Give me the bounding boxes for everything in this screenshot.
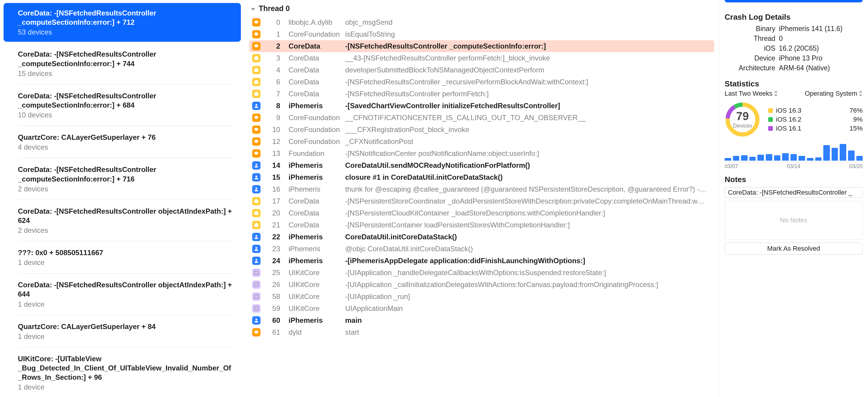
- legend-label: iOS 16.3: [776, 107, 802, 115]
- frame-index: 13: [268, 149, 288, 158]
- detail-value: 0: [779, 35, 783, 42]
- stack-frame[interactable]: 13Foundation-[NSNotificationCenter postN…: [249, 148, 714, 159]
- detail-value: 16.2 (20C65): [779, 44, 819, 53]
- notes-body-field[interactable]: No Notes: [724, 201, 863, 240]
- frame-index: 10: [268, 125, 288, 134]
- stack-frame[interactable]: 26UIKitCore-[UIApplication _callInitiali…: [249, 279, 714, 291]
- crash-list-item[interactable]: QuartzCore: CALayerGetSuperlayer + 841 d…: [4, 316, 241, 346]
- timeline-chart: [724, 144, 863, 161]
- os-legend: iOS 16.376%iOS 16.29%iOS 16.115%: [768, 105, 863, 133]
- stack-frame[interactable]: 60iPhemerismain: [249, 314, 714, 326]
- crash-list-item[interactable]: CoreData: -[NSFetchedResultsController _…: [4, 44, 241, 83]
- detail-row: ArchitectureARM-64 (Native): [724, 64, 863, 72]
- thread-label: Thread 0: [259, 4, 290, 13]
- frame-library: CoreFoundation: [288, 114, 345, 122]
- frame-index: 8: [268, 102, 288, 110]
- groupby-select[interactable]: Operating System: [805, 90, 863, 97]
- stack-frame[interactable]: 17CoreData-[NSPersistentStoreCoordinator…: [249, 195, 714, 207]
- frame-origin-icon: [252, 256, 260, 265]
- stack-frame[interactable]: 22iPhemerisCoreDataUtil.initCoreDataStac…: [249, 231, 714, 243]
- frame-index: 25: [268, 269, 288, 277]
- time-range-select[interactable]: Last Two Weeks: [724, 90, 778, 97]
- svg-rect-2: [254, 69, 258, 72]
- svg-rect-22: [254, 283, 258, 286]
- stats-heading: Statistics: [724, 79, 863, 89]
- svg-point-8: [255, 104, 257, 106]
- legend-swatch: [768, 108, 773, 113]
- frame-index: 26: [268, 280, 288, 289]
- axis-tick: 03/07: [724, 163, 738, 170]
- stack-frame[interactable]: 9CoreFoundation__CFNOTIFICATIONCENTER_IS…: [249, 112, 714, 124]
- detail-row: Thread0: [724, 35, 863, 42]
- crash-list-item[interactable]: CoreData: -[NSFetchedResultsController _…: [4, 159, 241, 198]
- crash-list-item[interactable]: CoreData: -[NSFetchedResultsController o…: [4, 201, 241, 240]
- stack-frame[interactable]: 4CoreDatadeveloperSubmittedBlockToNSMana…: [249, 64, 714, 76]
- stack-frame[interactable]: 23iPhemeris@objc CoreDataUtil.initCoreDa…: [249, 243, 714, 255]
- stack-frame[interactable]: 10CoreFoundation___CFXRegistrationPost_b…: [249, 124, 714, 135]
- svg-rect-5: [255, 80, 257, 81]
- crash-title: CoreData: -[NSFetchedResultsController _…: [18, 8, 234, 27]
- frame-index: 12: [268, 138, 288, 146]
- open-in-project-button[interactable]: [724, 0, 863, 2]
- stack-frame[interactable]: 25UIKitCore-[UIApplication _handleDelega…: [249, 267, 714, 279]
- crash-list-item[interactable]: QuartzCore: CALayerGetSuperlayer + 764 d…: [4, 127, 241, 157]
- frame-origin-icon: [252, 54, 260, 62]
- frame-index: 21: [268, 221, 288, 229]
- timeline-bar: [857, 156, 863, 161]
- legend-label: iOS 16.2: [776, 116, 802, 123]
- stack-frame[interactable]: 0libobjc.A.dylibobjc_msgSend: [249, 17, 714, 28]
- frame-origin-icon: [252, 221, 260, 229]
- stack-frame[interactable]: 59UIKitCoreUIApplicationMain: [249, 303, 714, 314]
- stack-frame[interactable]: 15iPhemerisclosure #1 in CoreDataUtil.in…: [249, 172, 714, 183]
- stack-frame[interactable]: 61dyldstart: [249, 326, 714, 338]
- legend-swatch: [768, 117, 773, 122]
- frame-symbol: -[SavedChartViewController initializeFet…: [345, 102, 711, 110]
- svg-point-19: [255, 247, 257, 249]
- frame-origin-icon: [252, 138, 260, 146]
- stack-frame[interactable]: 8iPhemeris-[SavedChartViewController ini…: [249, 100, 714, 112]
- crash-list-item[interactable]: CoreData: -[NSFetchedResultsController _…: [4, 86, 241, 125]
- legend-row: iOS 16.29%: [768, 116, 863, 123]
- thread-header[interactable]: Thread 0: [249, 4, 714, 17]
- frame-library: CoreFoundation: [288, 138, 345, 146]
- frame-index: 0: [268, 18, 288, 27]
- legend-percent: 9%: [853, 116, 863, 123]
- stack-frame[interactable]: 6CoreData-[NSFetchedResultsController _r…: [249, 76, 714, 88]
- stack-frame[interactable]: 20CoreData-[NSPersistentCloudKitContaine…: [249, 207, 714, 219]
- stack-frame[interactable]: 7CoreData-[NSFetchedResultsController pe…: [249, 88, 714, 100]
- frame-origin-icon: [252, 66, 260, 74]
- stack-frame[interactable]: 3CoreData__43-[NSFetchedResultsControlle…: [249, 52, 714, 64]
- frame-index: 16: [268, 185, 288, 193]
- stack-frame[interactable]: 16iPhemeristhunk for @escaping @callee_g…: [249, 183, 714, 195]
- mark-resolved-button[interactable]: Mark As Resolved: [724, 243, 863, 254]
- stack-frame[interactable]: 14iPhemerisCoreDataUtil.sendMOCReadyNoti…: [249, 159, 714, 172]
- timeline-bar: [807, 158, 813, 161]
- stack-frame[interactable]: 2CoreData-[NSFetchedResultsController _c…: [249, 40, 714, 52]
- svg-point-18: [255, 235, 257, 237]
- crash-device-count: 10 devices: [18, 111, 234, 119]
- frame-symbol: __43-[NSFetchedResultsController perform…: [345, 54, 711, 62]
- detail-key: Architecture: [724, 64, 775, 72]
- axis-tick: 03/14: [787, 163, 800, 170]
- stack-frame[interactable]: 12CoreFoundation_CFXNotificationPost: [249, 135, 714, 148]
- frame-symbol: -[NSFetchedResultsController _computeSec…: [345, 42, 711, 50]
- stack-frame[interactable]: 21CoreData-[NSPersistentContainer loadPe…: [249, 219, 714, 231]
- crash-title: QuartzCore: CALayerGetSuperlayer + 76: [18, 133, 234, 142]
- crash-title: CoreData: -[NSFetchedResultsController _…: [18, 165, 234, 183]
- frame-symbol: __CFNOTIFICATIONCENTER_IS_CALLING_OUT_TO…: [345, 114, 711, 122]
- notes-title-field[interactable]: CoreData: -[NSFetchedResultsController _: [724, 187, 863, 198]
- crash-list-item[interactable]: CoreData: -[NSFetchedResultsController o…: [4, 275, 241, 313]
- crash-list: CoreData: -[NSFetchedResultsController _…: [0, 0, 244, 397]
- frame-symbol: UIApplicationMain: [345, 304, 711, 313]
- devices-donut-chart: 79 Devices: [724, 102, 761, 138]
- crash-list-item[interactable]: ???: 0x0 + 5085051116671 device: [4, 243, 241, 272]
- stack-frame[interactable]: 24iPhemeris-[iPhemerisAppDelegate applic…: [249, 255, 714, 267]
- crash-list-item[interactable]: UIKitCore: -[UITableView _Bug_Detected_I…: [4, 349, 241, 397]
- frame-origin-icon: [252, 280, 260, 289]
- frame-library: CoreData: [288, 221, 345, 229]
- chevron-down-icon: [250, 6, 256, 11]
- stack-frame[interactable]: 58UIKitCore-[UIApplication _run]: [249, 291, 714, 303]
- frame-library: CoreData: [288, 90, 345, 98]
- stack-frame[interactable]: 1CoreFoundationisEqualToString: [249, 28, 714, 40]
- crash-list-item[interactable]: CoreData: -[NSFetchedResultsController _…: [4, 3, 241, 42]
